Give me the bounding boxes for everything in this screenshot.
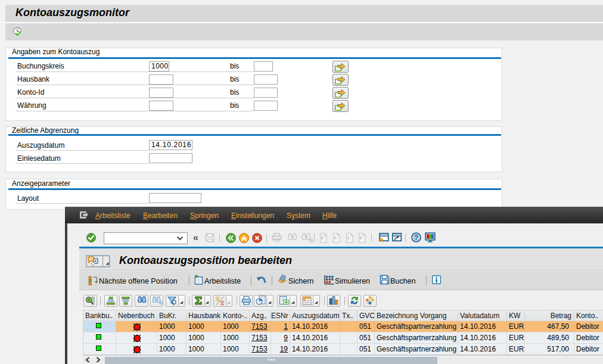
svg-text:?: ? — [414, 234, 418, 242]
